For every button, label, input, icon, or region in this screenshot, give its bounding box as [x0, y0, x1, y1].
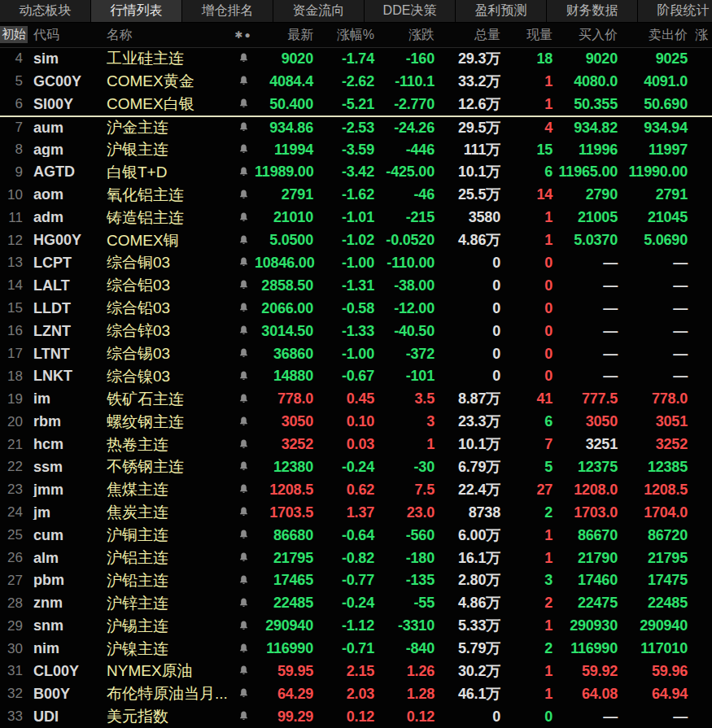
latest-price: 3014.50	[255, 324, 316, 338]
quote-row-LCPT[interactable]: 13LCPT综合铜0310846.00-1.00-110.0000——	[0, 251, 712, 274]
quote-row-GC00Y[interactable]: 5GC00YCOMEX黄金4084.4-2.62-110.133.2万14080…	[0, 70, 712, 93]
quote-row-SI00Y[interactable]: 6SI00YCOMEX白银50.400-5.21-2.77012.6万150.3…	[0, 93, 712, 116]
total-volume: 4.86万	[437, 595, 503, 610]
ask-price: 17475	[620, 573, 690, 587]
quote-row-rbm[interactable]: 20rbm螺纹钢主连30500.10323.3万630503051	[0, 410, 712, 433]
tab-7[interactable]: 财务数据	[547, 0, 637, 22]
column-header-pct[interactable]: 涨幅%	[316, 27, 377, 44]
alert-bell-icon[interactable]	[232, 595, 255, 611]
quote-row-aom[interactable]: 10aom氧化铝主连2791-1.62-4625.5万1427902791	[0, 183, 712, 206]
alert-bell-icon[interactable]	[232, 73, 255, 89]
column-header-extra[interactable]: 涨	[690, 27, 712, 44]
change-value: -372	[377, 347, 437, 361]
quote-row-sim[interactable]: 4sim工业硅主连9020-1.74-16029.3万1890209025	[0, 47, 712, 70]
alert-bell-icon[interactable]	[232, 187, 255, 203]
column-header-bid[interactable]: 买入价	[555, 27, 620, 44]
alert-bell-icon[interactable]	[232, 686, 255, 701]
alert-bell-icon[interactable]	[232, 255, 255, 270]
tab-5[interactable]: DDE决策	[365, 0, 455, 22]
alert-bell-icon[interactable]	[232, 300, 255, 316]
tab-2[interactable]: 行情列表	[91, 0, 181, 22]
quote-row-alm[interactable]: 26alm沪铝主连21795-0.82-18016.1万12179021795	[0, 547, 712, 569]
quote-row-ssm[interactable]: 22ssm不锈钢主连12380-0.24-306.79万51237512385	[0, 456, 712, 478]
alert-bell-icon[interactable]	[232, 346, 255, 361]
alert-bell-icon[interactable]	[232, 527, 255, 543]
alert-bell-icon[interactable]	[232, 663, 255, 678]
alert-bell-icon[interactable]	[232, 573, 255, 588]
quote-row-im[interactable]: 19im铁矿石主连778.00.453.58.87万41777.5778.0	[0, 387, 712, 410]
tab-1[interactable]: 动态板块	[0, 0, 90, 22]
alert-bell-icon[interactable]	[232, 210, 255, 225]
alert-bell-icon[interactable]	[232, 550, 255, 565]
latest-price: 36860	[255, 347, 316, 361]
quote-row-adm[interactable]: 11adm铸造铝主连21010-1.01-215358012100521045	[0, 206, 712, 229]
quote-row-nim[interactable]: 30nim沪镍主连116990-0.71-8405.79万21169901170…	[0, 637, 712, 660]
alert-bell-icon[interactable]	[232, 414, 255, 429]
instrument-name: 沪铅主连	[102, 573, 232, 588]
quote-row-AGTD[interactable]: 9AGTD白银T+D11989.00-3.42-425.0010.1万61196…	[0, 160, 712, 183]
quote-row-agm[interactable]: 8agm沪银主连11994-3.59-446111万151199611997	[0, 138, 712, 161]
latest-price: 3050	[255, 414, 316, 429]
alert-bell-icon[interactable]	[232, 50, 255, 66]
alert-bell-icon[interactable]	[232, 323, 255, 338]
alert-bell-icon[interactable]	[232, 708, 255, 724]
row-number: 31	[0, 664, 28, 678]
tab-3[interactable]: 增仓排名	[182, 0, 273, 22]
quote-row-aum[interactable]: 7aum沪金主连934.86-2.53-24.2629.5万4934.82934…	[0, 116, 712, 138]
quote-row-LALT[interactable]: 14LALT综合铝032858.50-1.31-38.0000——	[0, 274, 712, 297]
alert-bell-icon[interactable]	[232, 482, 255, 497]
change-percent: 0.12	[316, 709, 377, 724]
column-header-volume[interactable]: 总量	[437, 27, 503, 44]
alert-bell-icon[interactable]	[232, 504, 255, 520]
alert-bell-icon[interactable]	[232, 437, 255, 452]
quote-row-cum[interactable]: 25cum沪铜主连86680-0.64-5606.00万18667086720	[0, 524, 712, 547]
quote-row-znm[interactable]: 28znm沪锌主连22485-0.24-554.86万22247522485	[0, 591, 712, 614]
tab-6[interactable]: 盈利预测	[456, 0, 546, 22]
quote-row-hcm[interactable]: 21hcm热卷主连32520.03110.1万732513252	[0, 433, 712, 456]
current-volume: 1	[503, 687, 555, 701]
alert-bell-icon[interactable]	[232, 368, 255, 384]
ask-price: 12385	[620, 460, 690, 474]
quote-row-LNKT[interactable]: 18LNKT综合镍0314880-0.67-10100——	[0, 364, 712, 387]
latest-price: 86680	[255, 528, 316, 543]
quote-row-snm[interactable]: 29snm沪锡主连290940-1.12-33105.33万1290930290…	[0, 614, 712, 637]
quote-row-LTNT[interactable]: 17LTNT综合锡0336860-1.00-37200——	[0, 342, 712, 365]
quote-row-LLDT[interactable]: 15LLDT综合铅032066.00-0.58-12.0000——	[0, 297, 712, 320]
instrument-code: SI00Y	[28, 97, 102, 111]
column-header-code[interactable]: 代码	[28, 27, 102, 44]
alert-bell-icon[interactable]	[232, 459, 255, 474]
column-header-latest[interactable]: 最新	[255, 27, 316, 44]
alert-bell-icon[interactable]	[232, 142, 255, 157]
bid-price: 11996	[555, 142, 620, 157]
column-header-change[interactable]: 涨跌	[377, 27, 437, 44]
column-header-name[interactable]: 名称	[102, 27, 232, 44]
ask-price: 64.94	[620, 687, 690, 701]
alert-bell-icon[interactable]	[232, 233, 255, 248]
alert-bell-icon[interactable]	[232, 164, 255, 180]
quote-row-jmm[interactable]: 23jmm焦煤主连1208.50.627.522.4万271208.01208.…	[0, 478, 712, 501]
quote-row-pbm[interactable]: 27pbm沪铅主连17465-0.77-1352.80万31746017475	[0, 569, 712, 591]
change-percent: -0.77	[316, 573, 377, 587]
alert-bell-icon[interactable]	[232, 120, 255, 135]
alert-bell-icon[interactable]	[232, 641, 255, 656]
quote-row-LZNT[interactable]: 16LZNT综合锌033014.50-1.33-40.5000——	[0, 320, 712, 342]
tab-4[interactable]: 资金流向	[273, 0, 364, 22]
quote-row-UDI[interactable]: 33UDI美元指数99.290.120.1200——	[0, 705, 712, 728]
ask-price: —	[620, 278, 690, 293]
alert-bell-icon[interactable]	[232, 96, 255, 111]
column-header-ask[interactable]: 卖出价	[620, 27, 690, 44]
sort-icons[interactable]: ✱●	[232, 29, 255, 41]
alert-bell-icon[interactable]	[232, 391, 255, 407]
change-percent: -0.71	[316, 641, 377, 656]
bid-price: —	[555, 709, 620, 724]
column-header-current[interactable]: 现量	[503, 27, 555, 44]
alert-bell-icon[interactable]	[232, 618, 255, 634]
alert-bell-icon[interactable]	[232, 277, 255, 293]
current-volume: 1	[503, 97, 555, 111]
quote-row-jm[interactable]: 24jm焦炭主连1703.51.3723.0873821703.01704.0	[0, 501, 712, 524]
quote-row-CL00Y[interactable]: 31CL00YNYMEX原油59.952.151.2630.2万159.9259…	[0, 660, 712, 682]
tab-8[interactable]: 阶段统计	[638, 0, 712, 22]
quote-row-HG00Y[interactable]: 12HG00YCOMEX铜5.0500-1.02-0.05204.86万15.0…	[0, 229, 712, 251]
quote-row-B00Y[interactable]: 32B00Y布伦特原油当月...64.292.031.2846.1万164.08…	[0, 682, 712, 705]
instrument-code: B00Y	[28, 687, 102, 701]
